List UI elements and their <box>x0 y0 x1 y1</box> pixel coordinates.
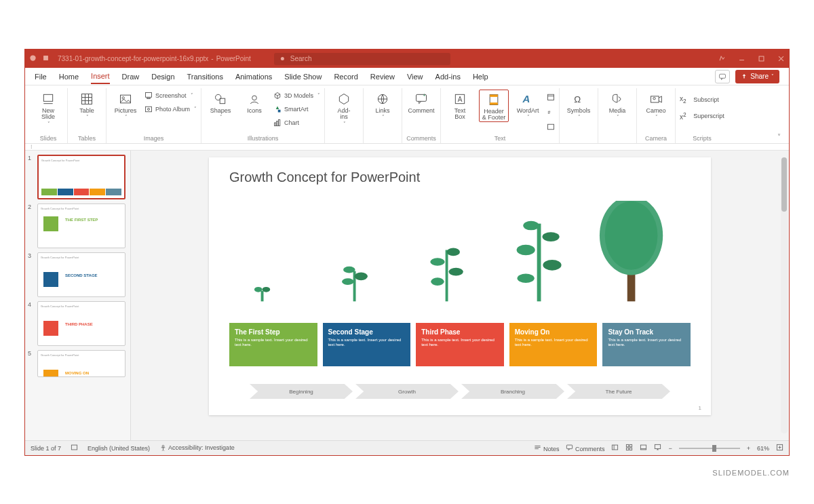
zoom-in-icon[interactable]: + <box>747 445 750 452</box>
slide-thumbnails: 1 Growth Concept for PowerPoint 2 Growth… <box>25 151 131 440</box>
comments-button[interactable] <box>715 70 730 83</box>
tab-addins[interactable]: Add-ins <box>435 70 461 83</box>
sorter-view-icon[interactable] <box>625 444 633 452</box>
vertical-scrollbar[interactable] <box>781 157 788 433</box>
svg-point-55 <box>448 268 463 276</box>
header-footer-button[interactable]: Header& Footer <box>479 90 509 122</box>
thumbnail-5[interactable]: Growth Concept for PowerPoint MOVING ON <box>37 350 125 377</box>
close-icon[interactable] <box>777 55 785 62</box>
wordart-button[interactable]: A WordArt <box>513 90 543 120</box>
ribbon-display-icon[interactable] <box>718 55 726 62</box>
notes-button[interactable]: Notes <box>534 444 559 452</box>
comment-button[interactable]: + Comment <box>406 90 436 114</box>
date-time-button[interactable] <box>547 91 555 103</box>
accessibility-label[interactable]: Accessibility: Investigate <box>159 444 235 452</box>
slide-number-button[interactable]: # <box>547 106 555 118</box>
reading-view-icon[interactable] <box>640 444 647 452</box>
filename: 7331-01-growth-concept-for-powerpoint-16… <box>58 55 208 62</box>
share-button[interactable]: Share˅ <box>735 70 779 83</box>
tab-slideshow[interactable]: Slide Show <box>284 70 322 83</box>
slide-content[interactable]: Growth Concept for PowerPoint The First … <box>209 157 711 415</box>
shapes-button[interactable]: Shapes <box>206 90 235 120</box>
svg-text:+: + <box>423 93 426 98</box>
slide-canvas[interactable]: Growth Concept for PowerPoint The First … <box>131 151 789 440</box>
svg-point-22 <box>148 109 150 111</box>
stage-box[interactable]: Second StageThis is a sample text. Inser… <box>323 323 411 366</box>
process-arrow: Growth <box>355 384 459 399</box>
language-label[interactable]: English (United States) <box>88 445 150 452</box>
tab-file[interactable]: File <box>35 70 47 83</box>
autosave-icon[interactable] <box>29 54 37 63</box>
tab-draw[interactable]: Draw <box>122 70 140 83</box>
minimize-icon[interactable] <box>738 55 745 62</box>
svg-rect-46 <box>261 291 264 302</box>
table-button[interactable]: Table <box>72 90 102 120</box>
links-button[interactable]: Links <box>368 90 398 120</box>
screenshot-button[interactable]: Screenshot <box>144 90 197 102</box>
group-camera: Cameo Camera <box>637 88 676 143</box>
tab-record[interactable]: Record <box>334 70 357 83</box>
thumbnail-4[interactable]: Growth Concept for PowerPoint THIRD PHAS… <box>37 301 125 346</box>
stage-box[interactable]: The First StepThis is a sample text. Ins… <box>229 323 317 366</box>
textbox-button[interactable]: A TextBox <box>445 90 475 121</box>
ribbon-handle[interactable]: ⁝ <box>25 144 789 151</box>
stage-box[interactable]: Moving OnThis is a sample text. Insert y… <box>509 323 598 366</box>
3d-models-button[interactable]: 3D Models <box>273 90 320 102</box>
zoom-out-icon[interactable]: − <box>668 445 672 452</box>
svg-rect-53 <box>446 250 448 302</box>
search-box[interactable]: Search <box>274 53 450 65</box>
svg-rect-10 <box>43 94 52 101</box>
icons-button[interactable]: Icons <box>239 90 269 114</box>
photo-album-button[interactable]: Photo Album <box>144 103 197 115</box>
thumbnail-2[interactable]: Growth Concept for PowerPoint THE FIRST … <box>37 203 125 248</box>
spellcheck-icon[interactable] <box>71 444 78 452</box>
zoom-percent[interactable]: 61% <box>757 445 769 452</box>
svg-rect-39 <box>548 94 554 100</box>
tab-transitions[interactable]: Transitions <box>187 70 223 83</box>
pictures-button[interactable]: Pictures <box>111 90 140 120</box>
symbols-button[interactable]: Ω Symbols <box>564 90 594 120</box>
cameo-button[interactable]: Cameo <box>641 90 671 120</box>
group-tables: Table Tables <box>68 88 106 143</box>
svg-point-62 <box>542 232 559 241</box>
slide-title: Growth Concept for PowerPoint <box>229 170 691 185</box>
fit-to-window-icon[interactable] <box>776 444 783 452</box>
svg-point-47 <box>254 287 263 292</box>
svg-point-59 <box>518 273 535 283</box>
group-images: Pictures Screenshot Photo Album Images <box>106 88 201 143</box>
stage-box[interactable]: Stay On TrackThis is a sample text. Inse… <box>602 323 691 366</box>
media-button[interactable]: Media <box>602 90 632 120</box>
chart-button[interactable]: Chart <box>273 117 320 129</box>
thumbnail-1[interactable]: Growth Concept for PowerPoint <box>37 155 125 199</box>
zoom-slider[interactable] <box>679 448 740 449</box>
svg-rect-76 <box>630 444 632 446</box>
thumbnail-3[interactable]: Growth Concept for PowerPoint SECOND STA… <box>37 252 125 297</box>
maximize-icon[interactable] <box>758 55 765 62</box>
slide-counter[interactable]: Slide 1 of 7 <box>31 445 61 452</box>
group-addins: Add-ins <box>325 88 364 143</box>
tab-review[interactable]: Review <box>370 70 395 83</box>
tab-animations[interactable]: Animations <box>235 70 272 83</box>
save-icon[interactable] <box>42 54 50 63</box>
object-button[interactable] <box>547 121 555 133</box>
group-slides: NewSlide Slides <box>29 88 68 143</box>
normal-view-icon[interactable] <box>611 444 619 452</box>
svg-point-52 <box>343 267 355 273</box>
tab-design[interactable]: Design <box>151 70 174 83</box>
svg-point-68 <box>162 445 164 447</box>
addins-button[interactable]: Add-ins <box>329 90 359 127</box>
tab-view[interactable]: View <box>407 70 423 83</box>
collapse-ribbon-icon[interactable]: ˅ <box>773 130 785 143</box>
title-bar: 7331-01-growth-concept-for-powerpoint-16… <box>25 50 789 68</box>
tab-help[interactable]: Help <box>473 70 488 83</box>
comments-toggle[interactable]: Comments <box>566 444 604 452</box>
tab-insert[interactable]: Insert <box>91 69 110 84</box>
smartart-button[interactable]: SmartArt <box>273 103 320 115</box>
subscript-button[interactable]: x2 Subscript <box>680 94 724 106</box>
tab-home[interactable]: Home <box>59 70 79 83</box>
svg-rect-19 <box>146 93 152 98</box>
stage-box[interactable]: Third PhaseThis is a sample text. Insert… <box>416 323 504 366</box>
superscript-button[interactable]: x2 Superscript <box>680 110 724 122</box>
new-slide-button[interactable]: NewSlide <box>33 90 63 127</box>
slideshow-view-icon[interactable] <box>654 444 661 452</box>
